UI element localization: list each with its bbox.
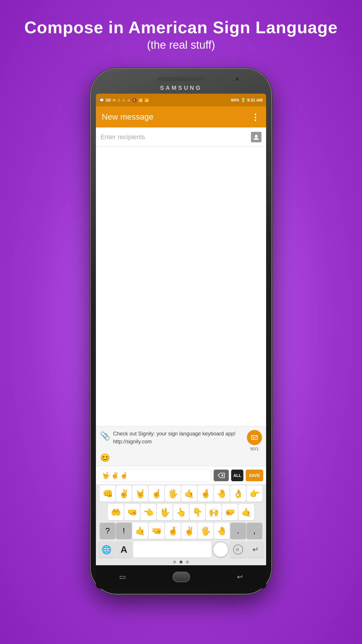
clock: 9:31 AM [247, 98, 263, 102]
contacts-button[interactable] [251, 132, 261, 142]
msg-icon: 💬 [99, 98, 104, 102]
asl-key[interactable]: 🤙 [181, 485, 197, 502]
period-key[interactable]: . [230, 523, 246, 539]
asl-key[interactable]: 🤚 [214, 523, 230, 539]
asl-keyboard: 👊 ✌ 🤘 ☝ 🖐 🤙 🤞 🤚 👌 👉 🤲 🤜 👈 🖖 👆 👇 🙌 [96, 484, 266, 565]
asl-key[interactable]: 🤜 [124, 504, 140, 520]
asl-key[interactable]: 🤜 [149, 523, 164, 539]
asl-key[interactable]: 🤞 [198, 485, 213, 502]
recipients-input[interactable]: Enter recipients [101, 133, 251, 141]
svg-text:R: R [236, 547, 239, 552]
phone-screen: 💬 ⌨ ✉ ⚠ ⚠ ⚠ 🔇 📶 📶 84% 🔋 9:31 AM New mess… [96, 94, 266, 589]
globe-key[interactable]: 🌐 [98, 541, 115, 558]
svg-point-0 [255, 135, 258, 138]
phone-speaker [96, 74, 266, 83]
asl-key[interactable]: 🙌 [206, 504, 222, 520]
attachment-icon[interactable]: 📎 [100, 431, 110, 441]
asl-key[interactable]: 👆 [173, 504, 189, 520]
emoji-icon[interactable]: 😊 [100, 453, 110, 462]
return-key[interactable]: ↵ [247, 541, 264, 558]
asl-key[interactable]: 👈 [140, 504, 156, 520]
asl-key[interactable]: ☝ [149, 485, 164, 502]
all-button[interactable]: ALL [231, 470, 243, 481]
asl-key[interactable]: 🤙 [132, 523, 148, 539]
text-mode-key[interactable]: A [116, 541, 132, 558]
hero-title: Compose in American Sign Language [24, 18, 338, 37]
status-bar: 💬 ⌨ ✉ ⚠ ⚠ ⚠ 🔇 📶 📶 84% 🔋 9:31 AM [96, 94, 266, 106]
back-button[interactable]: ↩ [237, 573, 243, 581]
asl-key[interactable]: 🤞 [165, 523, 181, 539]
warn3-icon: ⚠ [127, 98, 131, 102]
backspace-button[interactable] [214, 470, 229, 481]
front-camera [235, 76, 240, 82]
speaker-grille [158, 77, 204, 81]
asl-key[interactable]: 🖐 [165, 485, 181, 502]
asl-key[interactable]: 🤛 [222, 504, 238, 520]
hero-text-block: Compose in American Sign Language (the r… [24, 18, 338, 51]
asl-row-3: ? ! 🤙 🤜 🤞 ✌ 🖐 🤚 . , [96, 522, 266, 540]
battery-pct: 84% [231, 98, 239, 102]
smiley-row: 😊 [100, 453, 262, 463]
asl-key[interactable]: 👇 [189, 504, 205, 520]
recent-apps-button[interactable]: ▭ [119, 573, 126, 581]
asl-key[interactable]: 👌 [230, 485, 246, 502]
overflow-menu-icon[interactable]: ⋮ [251, 112, 260, 122]
comma-key[interactable]: , [247, 523, 262, 539]
asl-key[interactable]: ✌ [116, 485, 132, 502]
asl-row-2: 🤲 🤜 👈 🖖 👆 👇 🙌 🤛 🤙 [96, 503, 266, 522]
register-key[interactable]: R [230, 541, 246, 558]
send-button[interactable] [247, 430, 262, 445]
sign-input-field[interactable]: 🤟 ✌️ ☝️ [99, 469, 211, 482]
app-bar: New message ⋮ [96, 106, 266, 127]
phone-device: SAMSUNG 💬 ⌨ ✉ ⚠ ⚠ ⚠ 🔇 📶 📶 84% 🔋 9:31 AM [91, 69, 271, 594]
warn2-icon: ⚠ [122, 98, 126, 102]
save-button[interactable]: SAVE [246, 470, 263, 481]
asl-key[interactable]: 🤚 [214, 485, 230, 502]
asl-key[interactable]: 👊 [100, 485, 115, 502]
asl-key[interactable]: 🖐 [198, 523, 213, 539]
status-icons-left: 💬 ⌨ ✉ ⚠ ⚠ ⚠ 🔇 📶 📶 [99, 98, 149, 102]
asl-key[interactable]: 🤙 [238, 504, 254, 520]
save-label: SAVE [249, 473, 260, 478]
compose-text[interactable]: Check out Signily: your sign language ke… [113, 430, 244, 446]
sign-2: ✌️ [111, 472, 119, 479]
asl-key[interactable]: ✌ [181, 523, 197, 539]
keyboard-icon: ⌨ [106, 98, 111, 102]
status-right: 84% 🔋 9:31 AM [231, 98, 263, 102]
exclamation-key[interactable]: ! [116, 523, 132, 539]
dot-3 [186, 561, 189, 564]
all-label: ALL [233, 473, 241, 478]
asl-key[interactable]: 👉 [247, 485, 262, 502]
compose-area: 📎 Check out Signily: your sign language … [96, 426, 266, 466]
battery-icon: 🔋 [241, 98, 246, 102]
warn1-icon: ⚠ [117, 98, 121, 102]
keyboard-func-row: 🌐 A R ↵ [96, 540, 266, 559]
sign-3: ☝️ [120, 472, 128, 479]
asl-key[interactable]: 🤲 [108, 504, 124, 520]
message-body[interactable] [96, 147, 266, 426]
mute-icon: 🔇 [132, 98, 137, 102]
page-indicator [96, 559, 266, 565]
char-counter: 90/1 [250, 446, 259, 451]
sign-1: 🤟 [102, 472, 110, 479]
hero-subtitle: (the real stuff) [24, 39, 338, 51]
home-button[interactable] [173, 572, 190, 582]
signal-icon: 📶 [144, 98, 149, 102]
app-bar-title: New message [102, 112, 251, 122]
circle-key[interactable] [212, 541, 229, 558]
asl-row-1: 👊 ✌ 🤘 ☝ 🖐 🤙 🤞 🤚 👌 👉 [96, 484, 266, 503]
asl-key[interactable]: 🖖 [157, 504, 173, 520]
dot-2 [180, 561, 182, 564]
question-mark-key[interactable]: ? [100, 523, 115, 539]
svg-marker-3 [218, 473, 224, 478]
bottom-nav: ▭ ↩ [96, 565, 266, 589]
space-key[interactable] [133, 541, 211, 558]
recipients-row[interactable]: Enter recipients [96, 127, 266, 147]
dot-1 [173, 561, 176, 564]
asl-key[interactable]: 🤘 [132, 485, 148, 502]
mail-icon: ✉ [113, 98, 116, 102]
keyboard-input-row: 🤟 ✌️ ☝️ ALL SAVE [96, 466, 266, 484]
svg-rect-1 [252, 435, 257, 440]
wifi-icon: 📶 [138, 98, 143, 102]
brand-label: SAMSUNG [160, 85, 202, 91]
